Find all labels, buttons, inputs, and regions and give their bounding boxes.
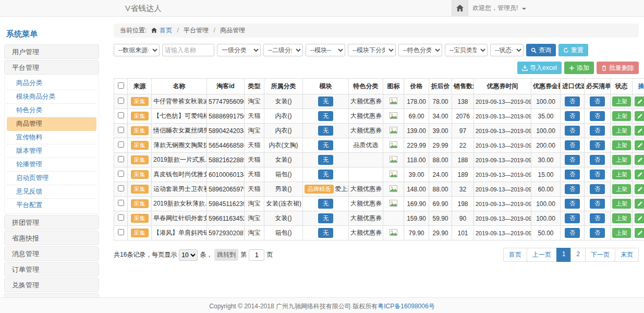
reset-button[interactable]: 重置 xyxy=(558,44,588,56)
must-buy-toggle-badge[interactable]: 否 xyxy=(590,111,605,121)
batch-delete-button[interactable]: 批量删除 xyxy=(597,62,639,74)
sidebar-item-宣传物料[interactable]: 宣传物料 xyxy=(7,131,96,145)
must-buy-toggle-badge[interactable]: 否 xyxy=(590,184,605,194)
pager-item-末页[interactable]: 末页 xyxy=(615,248,639,262)
import-excel-button[interactable]: 导入excel xyxy=(517,62,562,74)
row-checkbox[interactable] xyxy=(118,98,124,104)
imported-toggle-badge[interactable]: 否 xyxy=(565,228,580,238)
pager-item-1[interactable]: 1 xyxy=(556,248,572,262)
filter-select-二级分类[interactable]: --二级分类-- xyxy=(263,44,303,56)
sidebar-item-启动页管理[interactable]: 启动页管理 xyxy=(7,172,96,185)
sidebar-item-商品管理[interactable]: 商品管理 xyxy=(7,117,96,131)
status-badge[interactable]: 上架 xyxy=(612,228,631,238)
sidebar-item-特色分类[interactable]: 特色分类 xyxy=(7,104,96,117)
edit-button[interactable] xyxy=(635,170,644,179)
status-badge[interactable]: 上架 xyxy=(612,213,631,223)
sidebar-item-订单管理[interactable]: 订单管理 xyxy=(4,262,99,276)
status-badge[interactable]: 上架 xyxy=(612,140,631,150)
filter-select-状态[interactable]: --状态-- xyxy=(490,44,524,56)
filter-select-模块下分类[interactable]: --模块下分类-- xyxy=(348,44,396,56)
page-number-input[interactable] xyxy=(249,249,264,261)
user-menu[interactable]: 欢迎您，管理员! xyxy=(472,0,526,16)
sidebar-item-商品分类[interactable]: 商品分类 xyxy=(7,77,96,90)
filter-select-一级分类[interactable]: 一级分类 xyxy=(217,44,261,56)
edit-button[interactable] xyxy=(635,140,644,150)
row-checkbox[interactable] xyxy=(118,156,124,162)
name-search-input[interactable] xyxy=(162,44,214,56)
imported-toggle-badge[interactable]: 否 xyxy=(565,155,580,165)
edit-button[interactable] xyxy=(635,126,644,136)
edit-button[interactable] xyxy=(635,199,644,209)
status-badge[interactable]: 上架 xyxy=(612,97,631,106)
must-buy-toggle-badge[interactable]: 否 xyxy=(590,155,605,165)
sidebar-item-兑换管理[interactable]: 兑换管理 xyxy=(4,278,99,292)
home-button[interactable] xyxy=(452,0,468,16)
edit-button[interactable] xyxy=(635,184,644,194)
edit-button[interactable] xyxy=(635,228,644,238)
cell-module: 无 xyxy=(303,153,349,167)
sidebar-item-版本管理[interactable]: 版本管理 xyxy=(7,145,96,158)
sidebar-item-省惠快报[interactable]: 省惠快报 xyxy=(4,231,99,245)
cell-feature: 大额优惠券 xyxy=(349,211,383,226)
status-badge[interactable]: 上架 xyxy=(612,184,631,194)
image-thumbnail-icon xyxy=(390,171,397,177)
row-checkbox[interactable] xyxy=(118,200,124,206)
status-badge[interactable]: 上架 xyxy=(612,155,631,165)
row-checkbox[interactable] xyxy=(118,141,124,148)
status-badge[interactable]: 上架 xyxy=(612,111,631,121)
must-buy-toggle-badge[interactable]: 否 xyxy=(590,199,605,209)
edit-button[interactable] xyxy=(635,111,644,121)
select-all-checkbox[interactable] xyxy=(118,82,124,89)
imported-toggle-badge[interactable]: 否 xyxy=(565,126,580,136)
must-buy-toggle-badge[interactable]: 否 xyxy=(590,213,605,223)
sidebar-item-平台管理[interactable]: 平台管理 xyxy=(4,60,99,75)
pager-item-上一页[interactable]: 上一页 xyxy=(527,248,557,262)
edit-button[interactable] xyxy=(635,213,644,223)
edit-button[interactable] xyxy=(635,97,644,106)
imported-toggle-badge[interactable]: 否 xyxy=(565,184,580,194)
sidebar-item-消息管理[interactable]: 消息管理 xyxy=(4,246,99,261)
row-checkbox[interactable] xyxy=(118,214,124,221)
imported-toggle-badge[interactable]: 否 xyxy=(565,97,580,106)
sidebar-item-用户管理[interactable]: 用户管理 xyxy=(4,44,99,59)
add-button[interactable]: 添加 xyxy=(564,62,594,74)
must-buy-toggle-badge[interactable]: 否 xyxy=(590,228,605,238)
filter-select-特色分类[interactable]: --特色分类-- xyxy=(398,44,442,56)
row-checkbox[interactable] xyxy=(118,112,124,118)
status-badge[interactable]: 上架 xyxy=(612,199,631,209)
sidebar-item-意见反馈[interactable]: 意见反馈 xyxy=(7,185,96,199)
must-buy-toggle-badge[interactable]: 否 xyxy=(590,126,605,136)
edit-button[interactable] xyxy=(635,155,644,165)
imported-toggle-badge[interactable]: 否 xyxy=(565,170,580,179)
sidebar-item-拼团管理[interactable]: 拼团管理 xyxy=(4,215,99,230)
cell-source: 采集 xyxy=(128,167,152,182)
pager-item-下一页[interactable]: 下一页 xyxy=(585,248,615,262)
filter-select-宝贝类型[interactable]: --宝贝类型-- xyxy=(445,44,488,56)
sidebar-item-平台配置[interactable]: 平台配置 xyxy=(7,199,96,212)
row-checkbox[interactable] xyxy=(118,171,124,177)
status-badge[interactable]: 上架 xyxy=(612,126,631,136)
filter-select-模块[interactable]: --模块-- xyxy=(306,44,345,56)
filter-select-数据来源[interactable]: --数据来源-- xyxy=(114,44,160,56)
breadcrumb-home-link[interactable]: 首页 xyxy=(160,27,172,34)
imported-toggle-badge[interactable]: 否 xyxy=(565,199,580,209)
must-buy-toggle-badge[interactable]: 否 xyxy=(590,140,605,150)
pager-item-2[interactable]: 2 xyxy=(570,248,586,262)
row-checkbox[interactable] xyxy=(118,127,124,133)
imported-toggle-badge[interactable]: 否 xyxy=(565,213,580,223)
cell-discount-price: 59.90 xyxy=(429,211,452,226)
imported-toggle-badge[interactable]: 否 xyxy=(565,140,580,150)
imported-toggle-badge[interactable]: 否 xyxy=(565,111,580,121)
icp-link[interactable]: 粤ICP备16098006号 xyxy=(378,303,434,310)
per-page-select[interactable]: 10 xyxy=(179,249,198,261)
search-button[interactable]: 查询 xyxy=(526,44,556,56)
row-checkbox[interactable] xyxy=(118,229,124,235)
status-badge[interactable]: 上架 xyxy=(612,170,631,179)
sidebar-item-轮播管理[interactable]: 轮播管理 xyxy=(7,158,96,172)
sidebar-item-模块商品分类[interactable]: 模块商品分类 xyxy=(7,90,96,104)
row-checkbox[interactable] xyxy=(118,185,124,191)
cell-status: 上架 xyxy=(611,124,633,138)
pager-item-首页[interactable]: 首页 xyxy=(503,248,527,262)
must-buy-toggle-badge[interactable]: 否 xyxy=(590,170,605,179)
must-buy-toggle-badge[interactable]: 否 xyxy=(590,97,605,106)
